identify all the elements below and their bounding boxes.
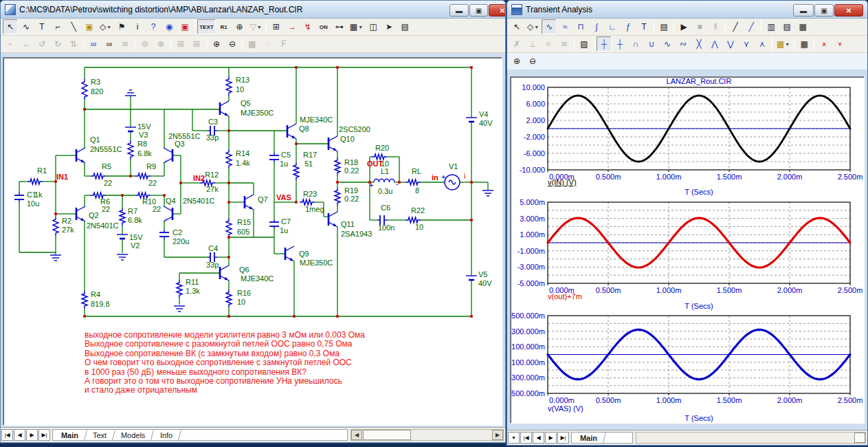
component-mode-button[interactable]: ▣ [82,19,97,34]
plot-v-out-7m[interactable]: 5.000m3.000m1.000m-1.000m-3.000m-5.000m0… [518,198,863,310]
prev-page-button[interactable]: ◀ [533,432,544,444]
next-page-button[interactable]: ▶ [545,432,557,444]
component-R9[interactable] [135,173,151,179]
probe-xy-button[interactable]: ⌗ [541,36,556,52]
component-L1[interactable] [374,179,394,182]
zoom-in-button[interactable]: ⊕ [209,36,224,52]
shape-picker-button[interactable]: ◇▼ [98,19,113,34]
component-Q3[interactable] [164,148,173,163]
cursor-mode-button[interactable]: ┼ [597,36,612,52]
low-button[interactable]: ∾ [676,36,691,52]
rotate-right-button[interactable]: ↻ [50,36,65,52]
ortho-wire-button[interactable]: ⌐ [50,19,65,34]
polyline-mode-button[interactable]: ╱ [744,19,759,34]
probe-x-button[interactable]: ✗ [509,36,524,52]
component-R3[interactable] [82,79,87,100]
flip-button[interactable]: ⇅ [66,36,81,52]
find-button[interactable]: ∞ [102,36,117,52]
text-attr-button[interactable]: TEXT [197,19,215,34]
minimize-button[interactable]: ▬ [449,4,469,17]
info-mode-button[interactable]: i [130,19,145,34]
cursor-next-button[interactable]: ┼ [612,36,627,52]
function-tag-button[interactable]: ƒ [621,19,636,34]
component-R20[interactable] [372,154,387,160]
schematic-canvas[interactable]: R3820R11kC110uR227kR4819.8Q12N5551CQ22N5… [3,58,502,425]
analysis-limits-button[interactable]: ▨ [577,36,592,52]
envelope-low-button[interactable]: ⋎ [739,36,754,52]
flag-mode-button[interactable]: ⚑ [114,19,129,34]
enable-disable-button[interactable]: ▣ [177,19,192,34]
valley-button[interactable]: ∪ [644,36,659,52]
component-C2[interactable] [159,230,169,239]
horizontal-scrollbar[interactable] [636,432,866,444]
component-R22[interactable] [405,217,421,223]
component-RL[interactable] [405,179,421,185]
ruler-button[interactable]: ▦ [795,19,810,34]
scale-x-button[interactable]: X [816,36,832,52]
component-R23[interactable] [300,199,315,205]
component-Q11[interactable] [329,212,337,227]
plot-v-vas-v-[interactable]: 500.000m300.000m100.000m-100.000m-300.00… [511,312,863,422]
select-tool-button[interactable]: ↖ [3,19,18,34]
high-button[interactable]: ∿ [660,36,675,52]
component-V2[interactable] [117,235,128,239]
wire-mode-button[interactable]: ∿ [19,19,34,34]
probe-curves-button[interactable]: ≋ [557,36,572,52]
scale-mode-button[interactable]: ∿ [542,19,557,34]
component-V5[interactable] [466,276,477,280]
component-Q9[interactable] [285,246,294,261]
pin-names-button[interactable]: ⊕ [232,19,247,34]
component-V3[interactable] [125,127,136,131]
component-R19[interactable] [335,188,340,206]
zoom-out-button[interactable]: ⊖ [525,54,540,69]
maximize-button[interactable]: ▣ [814,4,834,17]
horizontal-tag-button[interactable]: ⊓ [573,19,588,34]
component-C5[interactable] [269,153,279,162]
data-points-button[interactable]: ▥ [764,19,779,34]
condition-display-button[interactable]: ON [316,19,331,34]
component-C1[interactable] [14,193,24,202]
pause-button[interactable]: ‖ [708,19,723,34]
mode-box-button[interactable]: ▩ [245,36,260,52]
prev-page-button[interactable]: ◀ [14,429,25,441]
component-R13[interactable] [226,76,232,96]
smith-mode-button[interactable]: ≈ [557,19,572,34]
component-R17[interactable] [293,162,299,180]
line-mode-button[interactable]: ╱ [728,19,743,34]
vip-attr-button[interactable]: ▽▼ [248,19,264,34]
rotate-left-button[interactable]: ↺ [34,36,49,52]
properties-button[interactable]: ▤ [656,19,671,34]
text-mode-button[interactable]: T [636,19,652,34]
grid-display-button[interactable]: ▦▼ [348,19,365,34]
tab-list-button[interactable]: ▾ [508,432,520,444]
peak-button[interactable]: ∩ [628,36,643,52]
component-R11[interactable] [177,280,182,298]
node-numbers-button[interactable]: ⊞ [269,19,284,34]
repeat-find-button[interactable]: ≋ [118,36,133,52]
scroll-thumb[interactable] [854,433,865,443]
horizontal-scrollbar[interactable]: ◀ ▶ [350,429,504,441]
error-circle-button[interactable]: ⊗ [153,36,168,52]
find-component-button[interactable]: ∞ [86,36,101,52]
component-Q8[interactable] [287,124,296,139]
component-Q10[interactable] [329,136,337,151]
maximize-button[interactable]: ▣ [469,4,488,17]
select-tool-button[interactable]: ↖ [509,19,524,34]
vertical-tag-button[interactable]: ∫ [589,19,604,34]
component-R2[interactable] [53,217,58,236]
slope-button[interactable]: ╳ [691,36,706,52]
global-low-button[interactable]: ⋁ [723,36,738,52]
scroll-thumb[interactable] [363,430,411,440]
tab-text[interactable]: Text [85,430,115,440]
component-V1[interactable] [445,175,460,190]
last-page-button[interactable]: ▶| [557,432,569,444]
tokens-button[interactable]: ▤ [779,19,794,34]
component-R18[interactable] [335,157,340,175]
properties-button[interactable]: ▤ [397,19,412,34]
tab-info[interactable]: Info [152,430,181,440]
plots-canvas[interactable]: LANZAR_Rout.CIR10.0006.0002.000-2.000-6.… [511,77,864,423]
text-mode-button[interactable]: T [34,19,49,34]
select-box-button[interactable]: ▫ [3,36,18,52]
component-Q4[interactable] [164,206,173,221]
shape-picker-button[interactable]: ◇▼ [525,19,541,34]
